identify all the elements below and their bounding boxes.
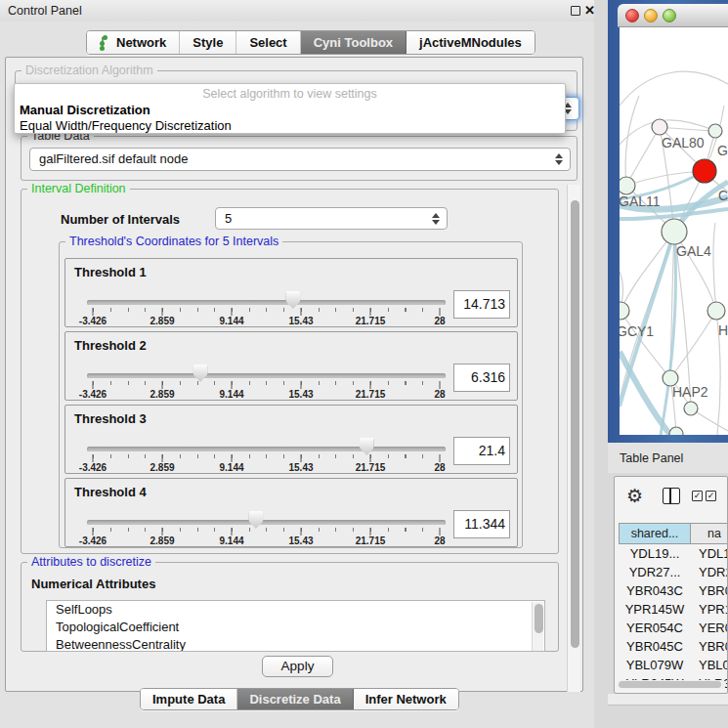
- tab-cyni-toolbox[interactable]: Cyni Toolbox: [301, 31, 407, 54]
- tick-label: 9.144: [219, 535, 243, 546]
- numerical-attributes-list[interactable]: SelfLoops TopologicalCoefficient Between…: [46, 600, 545, 652]
- thresholds-group: Threshold's Coordinates for 5 Intervals …: [59, 241, 523, 548]
- list-scrollbar-thumb[interactable]: [535, 604, 543, 633]
- cell[interactable]: YBR045C: [619, 637, 691, 656]
- cell[interactable]: YDL19...: [619, 544, 691, 563]
- tab-jactivemnodules[interactable]: jActiveMNodules: [407, 31, 535, 54]
- cell[interactable]: YDL1: [691, 544, 728, 563]
- table-row[interactable]: YBL079WYBL0: [619, 656, 728, 674]
- list-item-topologicalcoefficient[interactable]: TopologicalCoefficient: [47, 619, 544, 636]
- tick-label: -3.426: [79, 535, 107, 546]
- tab-select[interactable]: Select: [236, 31, 300, 54]
- number-of-intervals-select[interactable]: 5: [215, 207, 448, 230]
- cell[interactable]: YER054C: [619, 619, 691, 637]
- threshold-3-ticks: [93, 454, 440, 462]
- tick-label: 28: [434, 316, 445, 326]
- table-row[interactable]: YBR045CYBR0: [619, 637, 728, 656]
- network-node[interactable]: [669, 427, 683, 435]
- cell[interactable]: YBR0: [691, 637, 728, 656]
- tab-impute-data[interactable]: Impute Data: [141, 689, 237, 709]
- network-node[interactable]: [684, 402, 698, 415]
- network-node-gal80[interactable]: [652, 119, 667, 135]
- split-columns-icon[interactable]: [663, 488, 680, 504]
- threshold-3-value-field[interactable]: 21.4: [453, 437, 510, 465]
- threshold-4-value-field[interactable]: 11.344: [453, 510, 510, 538]
- table-row[interactable]: YBR043CYBR0: [619, 581, 728, 600]
- screen: Control Panel ✕ Network Style Select Cyn…: [0, 0, 728, 728]
- discretization-algorithm-group-label: Discretization Algorithm: [21, 64, 157, 77]
- checkbox-icon[interactable]: ✓: [706, 491, 716, 501]
- network-node-gal4[interactable]: [662, 219, 687, 244]
- float-window-icon[interactable]: [571, 6, 580, 16]
- network-node-gcy1[interactable]: [620, 302, 629, 320]
- zoom-traffic-light[interactable]: [663, 9, 676, 22]
- popup-option-manual-discretization[interactable]: Manual Discretization: [20, 103, 150, 117]
- tab-network-label: Network: [116, 35, 166, 50]
- tab-network[interactable]: Network: [87, 31, 180, 54]
- cell[interactable]: YDR2: [691, 563, 728, 581]
- node-label-hap2: HAP2: [672, 384, 708, 400]
- network-node-selected[interactable]: [693, 159, 716, 183]
- tab-infer-network[interactable]: Infer Network: [354, 689, 458, 709]
- column-header-name[interactable]: na: [691, 523, 728, 544]
- threshold-1-value-field[interactable]: 14.713: [453, 290, 510, 319]
- network-canvas[interactable]: GAL80 GA C GAL11 GAL4 GCY1 H HAP2: [620, 27, 728, 435]
- list-item-selfloops[interactable]: SelfLoops: [47, 601, 544, 619]
- column-header-shared-name[interactable]: shared...: [619, 523, 691, 544]
- node-label-gal80: GAL80: [662, 135, 705, 150]
- minimize-traffic-light[interactable]: [644, 9, 658, 22]
- checkbox-icon[interactable]: ✓: [692, 491, 703, 501]
- cell[interactable]: YER0: [691, 619, 728, 637]
- table-row[interactable]: YPR145WYPR1: [619, 600, 728, 619]
- list-item-betweennesscentrality[interactable]: BetweennessCentrality: [47, 636, 544, 652]
- number-of-intervals-value: 5: [225, 211, 232, 226]
- interval-definition-group-label: Interval Definition: [27, 182, 130, 195]
- panel-scrollbar-thumb[interactable]: [571, 200, 579, 648]
- network-window-titlebar[interactable]: [618, 4, 728, 27]
- panel-scrollbar[interactable]: [567, 185, 580, 692]
- cell[interactable]: YPR1: [691, 600, 728, 619]
- table-horizontal-scrollbar[interactable]: [618, 680, 726, 689]
- tab-style[interactable]: Style: [180, 31, 236, 54]
- table-row[interactable]: YDL19...YDL1: [619, 544, 728, 563]
- popup-option-equal-width-frequency[interactable]: Equal Width/Frequency Discretization: [20, 118, 232, 133]
- threshold-3-tick-labels: -3.426 2.859 9.144 15.43 21.715 28: [93, 462, 440, 474]
- table-panel-header: Table Panel: [608, 443, 728, 473]
- cell[interactable]: YPR145W: [619, 600, 691, 619]
- cell[interactable]: YBR043C: [619, 581, 691, 600]
- gear-icon[interactable]: ⚙: [626, 485, 643, 507]
- cell[interactable]: YDR27...: [619, 563, 691, 581]
- algorithm-dropdown-popup: Select algorithm to view settings Manual…: [14, 83, 566, 134]
- threshold-1-box: Threshold 1 -3.426 2.859 9.144 15.43 21.…: [64, 258, 518, 327]
- table-panel-title: Table Panel: [620, 451, 683, 465]
- network-node[interactable]: [707, 302, 725, 320]
- table-horizontal-scrollbar-thumb[interactable]: [619, 681, 721, 688]
- cell[interactable]: YBL079W: [619, 656, 691, 674]
- close-icon[interactable]: ✕: [584, 3, 595, 18]
- tick-label: 2.859: [150, 316, 174, 326]
- tick-label: 2.859: [150, 535, 174, 546]
- table-row[interactable]: YER054CYER0: [619, 619, 728, 637]
- threshold-4-ticks: [93, 528, 440, 535]
- threshold-2-ticks: [93, 381, 440, 389]
- threshold-4-slider-thumb[interactable]: [248, 511, 263, 529]
- threshold-2-value-field[interactable]: 6.316: [453, 364, 510, 392]
- apply-button[interactable]: Apply: [262, 656, 333, 677]
- list-scrollbar[interactable]: [532, 602, 543, 652]
- cell[interactable]: YBL0: [691, 656, 728, 674]
- top-tab-bar: Network Style Select Cyni Toolbox jActiv…: [86, 30, 535, 55]
- threshold-3-slider-thumb[interactable]: [360, 438, 374, 455]
- tab-discretize-data[interactable]: Discretize Data: [237, 689, 353, 709]
- table-row[interactable]: YDR27...YDR2: [619, 563, 728, 581]
- network-node[interactable]: [708, 124, 722, 138]
- close-traffic-light[interactable]: [625, 9, 639, 22]
- threshold-1-slider-thumb[interactable]: [285, 291, 300, 309]
- network-node-gal11[interactable]: [620, 177, 635, 194]
- tick-label: 15.43: [288, 462, 313, 473]
- cell[interactable]: YBR0: [691, 581, 728, 600]
- table-data-select[interactable]: galFiltered.sif default node: [29, 148, 571, 171]
- window-title: Control Panel: [8, 4, 82, 18]
- table-rows: YDL19...YDL1 YDR27...YDR2 YBR043CYBR0 YP…: [619, 544, 728, 694]
- algorithm-popup-hint: Select algorithm to view settings: [15, 87, 565, 101]
- threshold-2-slider-thumb[interactable]: [193, 364, 208, 382]
